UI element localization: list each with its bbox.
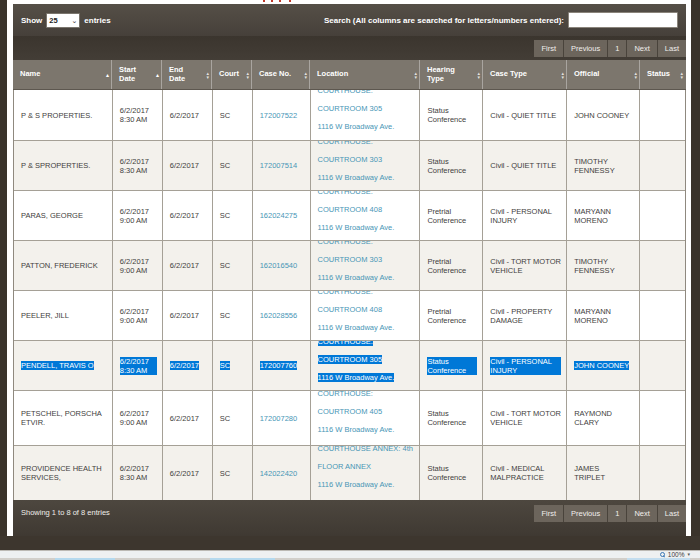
cell-name: PEELER, JILL [14,291,112,340]
page-1-button[interactable]: 1 [608,505,627,522]
case-type-text: Civil - QUIET TITLE [490,161,556,170]
cell-end-date: 6/2/2017 [162,141,212,190]
location-block: COURTHOUSE: COURTROOM 3051116 W Broadway… [318,341,415,390]
entries-label: entries [84,16,110,25]
header-cell-end-date[interactable]: End Date▴▾ [161,60,211,89]
header-cell-hearing-type[interactable]: Hearing Type▴▾ [419,60,482,89]
official-text: JOHN COONEY [574,111,629,120]
cell-case-no: 162016540 [252,241,310,290]
page-last-button[interactable]: Last [658,40,686,57]
cell-case-no: 162028556 [252,291,310,340]
end-date-text: 6/2/2017 [170,161,199,170]
datatable-panel: Show 25 ⌄ entries Search (All columns ar… [13,4,686,536]
table-row: PROVIDENCE HEALTH SERVICES,6/2/2017 8:30… [14,445,685,500]
cell-end-date: 6/2/2017 [162,90,212,140]
location-block: COURTHOUSE: COURTROOM 4081116 W Broadway… [318,191,415,240]
case-type-text: Civil - TORT MOTOR VEHICLE [490,257,561,275]
cell-court: SC [212,90,252,140]
cell-court: SC [212,341,252,390]
cell-name: PENDELL, TRAVIS O [14,341,112,390]
court-calendar-page: Show 25 ⌄ entries Search (All columns ar… [0,0,700,560]
header-cell-name[interactable]: Name▴ [13,60,111,89]
table-row: PETSCHEL, PORSCHA ETVIR.6/2/2017 9:00 AM… [14,390,685,445]
end-date-text: 6/2/2017 [170,469,199,478]
start-date-text: 6/2/2017 8:30 AM [120,357,157,375]
header-cell-status[interactable]: Status▴▾ [639,60,685,89]
table-row: P & S PROPERTIES.6/2/2017 8:30 AM6/2/201… [14,90,685,140]
case-number-link[interactable]: 162024275 [260,211,298,220]
table-row: PATTON, FREDERICK6/2/2017 9:00 AM6/2/201… [14,240,685,290]
header-cell-start-date[interactable]: Start Date▴ [111,60,161,89]
location-address-line: 1116 W Broadway Ave. [318,480,395,489]
location-link[interactable]: COURTHOUSE: COURTROOM 408 [318,291,382,314]
page-next-button[interactable]: Next [627,40,657,57]
location-link[interactable]: COURTHOUSE: COURTROOM 303 [318,241,382,264]
location-link[interactable]: COURTHOUSE: COURTROOM 303 [318,141,382,164]
header-cell-location[interactable]: Location▴▾ [309,60,419,89]
cell-case-no: 172007522 [252,90,310,140]
start-date-text: 6/2/2017 8:30 AM [120,106,157,124]
page-next-button[interactable]: Next [627,505,657,522]
entries-select[interactable]: 25 ⌄ [46,13,80,28]
cell-hearing-type: Pretrial Conference [419,241,482,290]
cell-start-date: 6/2/2017 9:00 AM [112,291,162,340]
header-label: Case No. [259,70,291,79]
case-number-link[interactable]: 162016540 [260,261,298,270]
start-date-text: 6/2/2017 8:30 AM [120,464,157,482]
page-first-button[interactable]: First [534,40,564,57]
end-date-text: 6/2/2017 [170,261,199,270]
cell-end-date: 6/2/2017 [162,341,212,390]
cell-hearing-type: Status Conference [419,391,482,445]
header-label: Name [20,70,40,79]
header-label: End Date [169,66,199,83]
page-previous-button[interactable]: Previous [564,505,608,522]
page-first-button[interactable]: First [534,505,564,522]
zoom-control[interactable]: 100% ▾ [660,551,690,558]
location-link[interactable]: COURTHOUSE ANNEX: 4th FLOOR ANNEX [318,446,413,471]
official-text: TIMOTHY FENNESSY [574,157,631,175]
header-cell-case-no[interactable]: Case No.▴▾ [251,60,309,89]
case-number-link[interactable]: 172007760 [260,361,298,370]
cell-case-type: Civil - MEDICAL MALPRACTICE [482,446,566,500]
zoom-dropdown-arrow-icon[interactable]: ▾ [687,551,690,558]
location-link[interactable]: COURTHOUSE: COURTROOM 305 [318,90,382,113]
page-1-button[interactable]: 1 [608,40,627,57]
header-label: Location [317,70,348,79]
page-last-button[interactable]: Last [658,505,686,522]
start-date-text: 6/2/2017 8:30 AM [120,157,157,175]
sort-both-icon: ▴▾ [206,70,209,79]
court-text: SC [220,211,230,220]
cell-case-no: 172007760 [252,341,310,390]
cell-status [639,446,685,500]
cell-location: COURTHOUSE: COURTROOM 3031116 W Broadway… [310,241,420,290]
case-number-link[interactable]: 172007514 [260,161,298,170]
case-number-link[interactable]: 142022420 [260,469,298,478]
cell-name: PROVIDENCE HEALTH SERVICES, [14,446,112,500]
cell-official: RAYMOND CLARY [566,391,639,445]
location-block: COURTHOUSE ANNEX: 4th FLOOR ANNEX1116 W … [318,446,415,500]
cell-start-date: 6/2/2017 9:00 AM [112,191,162,240]
case-number-link[interactable]: 172007522 [260,111,298,120]
magnifier-icon [660,552,665,557]
cell-status [639,341,685,390]
hearing-type-text: Status Conference [427,409,477,427]
name-text: PARAS, GEORGE [21,211,83,220]
cell-end-date: 6/2/2017 [162,241,212,290]
header-cell-court[interactable]: Court▴▾ [211,60,251,89]
cell-start-date: 6/2/2017 9:00 AM [112,391,162,445]
location-link[interactable]: COURTHOUSE: COURTROOM 305 [318,341,382,364]
cell-start-date: 6/2/2017 8:30 AM [112,141,162,190]
case-number-link[interactable]: 162028556 [260,311,298,320]
header-cell-official[interactable]: Official▴▾ [566,60,639,89]
location-link[interactable]: COURTHOUSE: COURTROOM 408 [318,191,382,214]
zoom-level: 100% [668,551,685,558]
table-row: P & SPROPERTIES.6/2/2017 8:30 AM6/2/2017… [14,140,685,190]
location-block: COURTHOUSE: COURTROOM 3051116 W Broadway… [318,90,415,140]
case-number-link[interactable]: 172007280 [260,414,298,423]
page-previous-button[interactable]: Previous [564,40,608,57]
hearing-type-text: Status Conference [427,357,477,375]
table-row: PENDELL, TRAVIS O6/2/2017 8:30 AM6/2/201… [14,340,685,390]
header-cell-case-type[interactable]: Case Type▴▾ [482,60,566,89]
search-input[interactable] [568,12,678,28]
location-link[interactable]: COURTHOUSE: COURTROOM 405 [318,391,382,416]
